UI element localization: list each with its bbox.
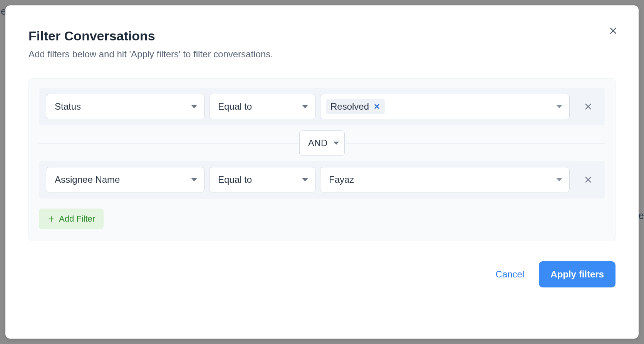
filter-field-value: Assignee Name [55,174,120,185]
filter-connector-select[interactable]: AND [299,130,345,156]
add-filter-button[interactable]: Add Filter [39,209,104,229]
filter-row: Assignee Name Equal to Fayaz [39,161,605,199]
remove-filter-button[interactable] [578,97,598,117]
chevron-down-icon [556,105,562,109]
close-icon [584,102,593,111]
dialog-footer: Cancel Apply filters [29,261,615,287]
chevron-down-icon [302,105,308,109]
filter-value-text: Fayaz [326,174,354,185]
dialog-title: Filter Conversations [29,28,615,43]
filters-panel: Status Equal to Resolved ✕ AND [29,78,615,241]
chip-remove-icon[interactable]: ✕ [374,103,380,110]
filter-field-select[interactable]: Status [46,94,205,119]
close-icon [608,26,618,36]
apply-filters-button[interactable]: Apply filters [539,261,615,287]
chevron-down-icon [556,178,562,182]
filter-dialog: Filter Conversations Add filters below a… [5,5,639,339]
close-icon [584,175,593,184]
filter-operator-select[interactable]: Equal to [209,167,315,192]
filter-value-text: Resolved [330,101,369,112]
cancel-button[interactable]: Cancel [493,265,528,284]
filter-operator-value: Equal to [218,174,252,185]
filter-connector-area: AND [39,125,605,161]
filter-operator-value: Equal to [218,101,252,112]
filter-row: Status Equal to Resolved ✕ [39,88,605,125]
filter-connector-value: AND [308,138,328,149]
chevron-down-icon [302,178,308,182]
filter-field-select[interactable]: Assignee Name [46,167,205,192]
dialog-subtitle: Add filters below and hit 'Apply filters… [29,49,615,60]
filter-value-chip: Resolved ✕ [326,99,385,114]
filter-value-select[interactable]: Fayaz [320,167,570,192]
close-dialog-button[interactable] [605,22,622,39]
remove-filter-button[interactable] [578,170,598,190]
filter-value-select[interactable]: Resolved ✕ [320,94,570,119]
plus-icon [47,215,55,223]
filter-field-value: Status [55,101,81,112]
add-filter-label: Add Filter [59,214,95,224]
chevron-down-icon [334,142,339,145]
chevron-down-icon [191,105,197,109]
chevron-down-icon [191,178,197,182]
filter-operator-select[interactable]: Equal to [209,94,315,119]
